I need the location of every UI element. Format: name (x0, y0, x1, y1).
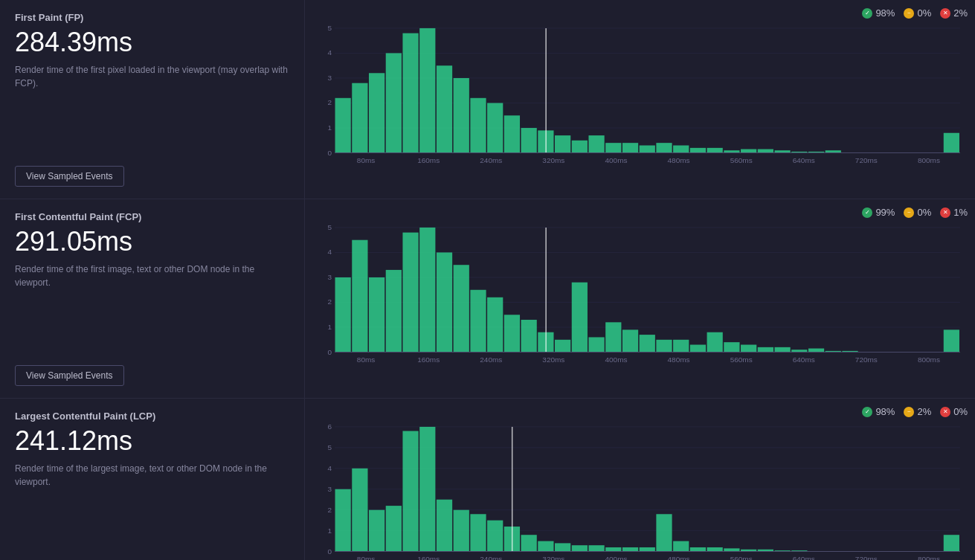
status-dot-red-lcp: ✕ (940, 407, 950, 417)
status-dot-red-fp: ✕ (940, 8, 950, 19)
svg-text:1: 1 (327, 323, 332, 331)
svg-rect-66 (352, 240, 367, 353)
status-dot-green-fcp: ✓ (862, 207, 872, 218)
svg-rect-72 (454, 265, 469, 352)
svg-rect-34 (724, 150, 739, 152)
chart-svg-wrapper-fp: 01234580ms160ms240ms320ms400ms480ms560ms… (312, 25, 968, 171)
svg-rect-143 (690, 547, 706, 552)
svg-rect-123 (352, 469, 367, 552)
svg-rect-31 (673, 146, 689, 153)
status-pct-yellow-lcp: 2% (917, 406, 931, 417)
status-badge-yellow-fp: ~0% (904, 7, 931, 19)
svg-rect-86 (690, 345, 706, 353)
metric-description-lcp: Render time of the largest image, text o… (15, 462, 289, 555)
status-dot-green-fp: ✓ (862, 8, 872, 19)
status-badge-red-lcp: ✕0% (940, 406, 968, 417)
svg-rect-27 (605, 143, 621, 152)
svg-text:720ms: 720ms (855, 156, 878, 164)
svg-rect-82 (622, 330, 638, 353)
chart-container-fcp: ✓99%~0%✕1%01234580ms160ms240ms320ms400ms… (305, 199, 975, 398)
svg-text:3: 3 (327, 485, 332, 493)
svg-rect-125 (386, 506, 402, 552)
svg-rect-11 (335, 98, 351, 153)
svg-rect-144 (707, 547, 723, 552)
chart-container-lcp: ✓98%~2%✕0%012345680ms160ms240ms320ms400m… (305, 399, 975, 560)
metric-row-fp: First Paint (FP)284.39msRender time of t… (0, 0, 975, 199)
svg-text:800ms: 800ms (918, 156, 940, 164)
view-sampled-button-fp[interactable]: View Sampled Events (15, 166, 124, 187)
histogram-svg-lcp: 012345680ms160ms240ms320ms400ms480ms560m… (312, 423, 968, 560)
svg-text:480ms: 480ms (668, 556, 690, 560)
metric-left-fcp: First Contentful Paint (FCP)291.05msRend… (0, 199, 305, 398)
svg-rect-71 (437, 253, 452, 353)
svg-text:560ms: 560ms (730, 556, 753, 560)
svg-rect-35 (741, 149, 756, 153)
view-sampled-button-fcp[interactable]: View Sampled Events (15, 365, 124, 386)
svg-rect-124 (369, 510, 384, 552)
svg-text:720ms: 720ms (855, 356, 878, 364)
svg-text:6: 6 (327, 423, 332, 431)
svg-rect-127 (419, 427, 435, 552)
svg-text:2: 2 (327, 298, 332, 306)
status-pct-yellow-fcp: 0% (917, 207, 931, 218)
status-badge-yellow-fcp: ~0% (904, 207, 931, 218)
svg-text:640ms: 640ms (793, 156, 815, 164)
histogram-svg-fcp: 01234580ms160ms240ms320ms400ms480ms560ms… (312, 224, 968, 370)
status-dot-red-fcp: ✕ (940, 207, 950, 218)
status-badge-yellow-lcp: ~2% (904, 406, 931, 417)
svg-rect-41 (944, 133, 959, 153)
status-badge-red-fp: ✕2% (940, 7, 968, 19)
metric-value-fp: 284.39ms (15, 28, 289, 57)
svg-text:720ms: 720ms (855, 556, 878, 560)
svg-rect-20 (487, 103, 503, 153)
svg-text:320ms: 320ms (542, 356, 564, 364)
svg-rect-126 (402, 431, 418, 552)
svg-rect-28 (622, 143, 638, 152)
svg-rect-122 (335, 489, 351, 552)
svg-rect-142 (673, 541, 689, 552)
svg-text:80ms: 80ms (357, 556, 375, 560)
svg-rect-22 (521, 128, 537, 153)
svg-rect-133 (521, 535, 537, 552)
svg-text:320ms: 320ms (542, 156, 564, 164)
svg-rect-19 (470, 98, 486, 153)
svg-rect-13 (369, 73, 384, 152)
svg-rect-78 (555, 340, 570, 353)
svg-rect-75 (504, 315, 520, 352)
svg-rect-70 (419, 228, 435, 353)
svg-rect-134 (538, 541, 553, 552)
svg-text:800ms: 800ms (918, 356, 940, 364)
svg-rect-138 (605, 547, 621, 552)
svg-rect-32 (690, 148, 706, 153)
svg-rect-141 (656, 515, 672, 552)
svg-rect-73 (470, 290, 486, 353)
svg-rect-130 (470, 515, 486, 552)
status-pct-red-lcp: 0% (953, 406, 968, 417)
svg-text:800ms: 800ms (918, 556, 940, 560)
chart-header-fp: ✓98%~0%✕2% (312, 7, 968, 19)
svg-rect-37 (774, 150, 790, 152)
svg-rect-139 (622, 547, 638, 552)
metric-title-fp: First Paint (FP) (15, 12, 289, 23)
svg-rect-29 (640, 146, 655, 153)
svg-rect-15 (402, 33, 418, 153)
svg-rect-26 (588, 135, 604, 152)
svg-rect-84 (656, 340, 672, 353)
svg-rect-74 (487, 297, 503, 353)
svg-text:640ms: 640ms (793, 556, 815, 560)
svg-text:5: 5 (327, 25, 332, 32)
svg-text:2: 2 (327, 506, 332, 514)
svg-text:560ms: 560ms (730, 356, 753, 364)
svg-text:80ms: 80ms (357, 156, 375, 164)
metric-description-fp: Render time of the first pixel loaded in… (15, 63, 289, 156)
svg-text:240ms: 240ms (480, 356, 502, 364)
svg-text:480ms: 480ms (668, 156, 690, 164)
svg-text:1: 1 (327, 123, 332, 132)
svg-text:3: 3 (327, 74, 332, 82)
svg-rect-145 (724, 549, 739, 552)
status-badge-green-lcp: ✓98% (862, 406, 895, 417)
svg-rect-12 (352, 83, 367, 153)
svg-rect-129 (454, 510, 469, 552)
page-container: First Paint (FP)284.39msRender time of t… (0, 0, 975, 560)
svg-rect-85 (673, 340, 689, 353)
